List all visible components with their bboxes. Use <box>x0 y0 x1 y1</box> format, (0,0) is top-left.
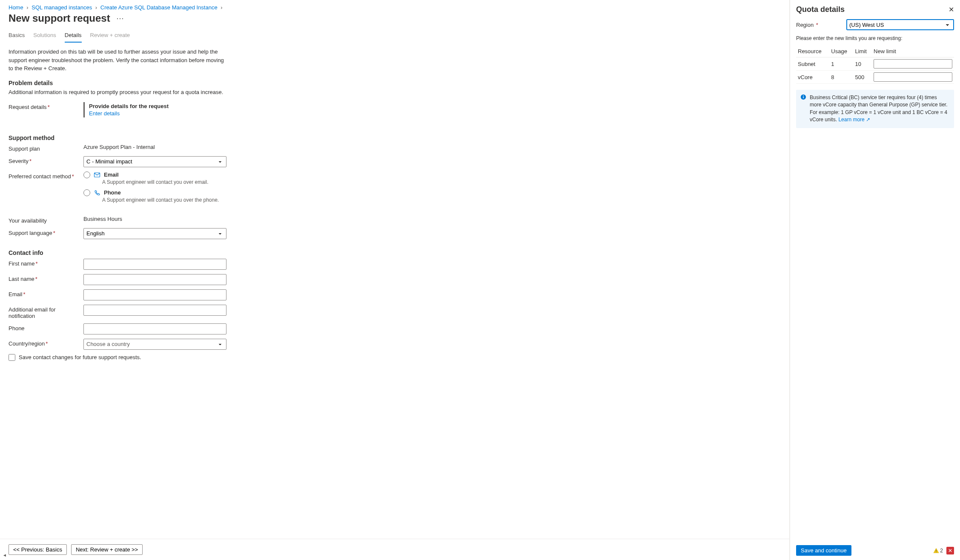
enter-details-link[interactable]: Enter details <box>89 110 120 117</box>
cell-limit: 10 <box>853 57 872 71</box>
save-contact-label: Save contact changes for future support … <box>19 354 141 360</box>
label-addl-email: Additional email for notification <box>9 305 83 319</box>
label-region: Region * <box>796 22 846 28</box>
last-name-input[interactable] <box>83 274 226 285</box>
table-row: vCore 8 500 <box>796 71 954 84</box>
tabs: Basics Solutions Details Review + create <box>9 29 781 43</box>
cell-usage: 1 <box>829 57 853 71</box>
value-support-plan: Azure Support Plan - Internal <box>83 144 226 150</box>
additional-email-input[interactable] <box>83 305 226 316</box>
label-last-name: Last name* <box>9 274 83 282</box>
phone-icon <box>94 189 100 196</box>
info-text: Business Critical (BC) service tier requ… <box>810 94 947 123</box>
first-name-input[interactable] <box>83 259 226 270</box>
chevron-right-icon: › <box>95 4 97 11</box>
close-icon[interactable]: ✕ <box>949 6 954 14</box>
label-availability: Your availability <box>9 216 83 224</box>
page-title: New support request <box>9 12 110 24</box>
scroll-left-icon: ◄ <box>3 553 7 557</box>
mail-icon <box>94 171 100 178</box>
intro-text: Information provided on this tab will be… <box>9 48 230 73</box>
col-limit: Limit <box>853 46 872 57</box>
country-select[interactable]: Choose a country <box>83 339 226 350</box>
label-first-name: First name* <box>9 259 83 267</box>
col-new-limit: New limit <box>872 46 954 57</box>
info-box: Business Critical (BC) service tier requ… <box>796 90 954 128</box>
previous-button[interactable]: << Previous: Basics <box>9 544 67 555</box>
label-email: Email* <box>9 289 83 297</box>
warning-badge[interactable]: 2 <box>931 548 945 554</box>
section-problem-details: Problem details <box>9 80 781 86</box>
cell-resource: Subnet <box>796 57 829 71</box>
learn-more-link[interactable]: Learn more ↗ <box>838 117 870 123</box>
tab-solutions: Solutions <box>33 29 56 43</box>
tab-review-create: Review + create <box>90 29 130 43</box>
error-badge[interactable]: ✕ <box>946 547 954 554</box>
phone-input[interactable] <box>83 323 226 334</box>
svg-point-3 <box>803 95 804 96</box>
new-limit-vcore-input[interactable] <box>874 72 952 82</box>
value-availability: Business Hours <box>83 216 226 222</box>
breadcrumb: Home › SQL managed instances › Create Az… <box>0 0 789 11</box>
request-details-box: Provide details for the request Enter de… <box>83 102 226 117</box>
wizard-footer: << Previous: Basics Next: Review + creat… <box>0 539 789 560</box>
section-contact-info: Contact info <box>9 249 781 256</box>
more-menu-icon[interactable]: ⋯ <box>116 14 124 22</box>
svg-rect-4 <box>936 549 937 551</box>
problem-details-subtext: Additional information is required to pr… <box>9 89 781 95</box>
label-preferred-contact: Preferred contact method* <box>9 171 83 180</box>
section-support-method: Support method <box>9 134 781 141</box>
new-limit-subnet-input[interactable] <box>874 59 952 69</box>
chevron-right-icon: › <box>221 4 222 11</box>
radio-phone[interactable] <box>83 189 90 196</box>
language-select[interactable]: English <box>83 228 226 239</box>
svg-point-5 <box>936 551 937 552</box>
request-details-title: Provide details for the request <box>89 103 222 109</box>
email-input[interactable] <box>83 289 226 300</box>
label-request-details: Request details* <box>9 102 83 110</box>
tab-details[interactable]: Details <box>65 29 82 43</box>
svg-rect-2 <box>803 97 803 98</box>
label-support-plan: Support plan <box>9 144 83 152</box>
save-contact-checkbox[interactable] <box>9 354 15 361</box>
cell-usage: 8 <box>829 71 853 84</box>
col-usage: Usage <box>829 46 853 57</box>
quota-table: Resource Usage Limit New limit Subnet 1 … <box>796 46 954 84</box>
radio-email-label: Email <box>104 171 119 178</box>
table-row: Subnet 1 10 <box>796 57 954 71</box>
cell-limit: 500 <box>853 71 872 84</box>
region-select[interactable]: (US) West US <box>846 19 954 30</box>
label-phone: Phone <box>9 323 83 331</box>
breadcrumb-home[interactable]: Home <box>9 4 23 11</box>
next-button[interactable]: Next: Review + create >> <box>71 544 143 555</box>
save-and-continue-button[interactable]: Save and continue <box>796 545 851 556</box>
label-support-language: Support language* <box>9 228 83 236</box>
col-resource: Resource <box>796 46 829 57</box>
label-severity: Severity* <box>9 156 83 164</box>
side-panel-title: Quota details <box>796 5 845 14</box>
radio-phone-label: Phone <box>104 189 121 196</box>
radio-phone-desc: A Support engineer will contact you over… <box>102 197 226 203</box>
status-chips: 2 ✕ <box>931 547 954 554</box>
chevron-right-icon: › <box>26 4 28 11</box>
label-country: Country/region* <box>9 339 83 347</box>
breadcrumb-create-mi[interactable]: Create Azure SQL Database Managed Instan… <box>100 4 218 11</box>
cell-resource: vCore <box>796 71 829 84</box>
breadcrumb-sql-mi[interactable]: SQL managed instances <box>32 4 92 11</box>
radio-email-desc: A Support engineer will contact you over… <box>102 179 226 185</box>
radio-email[interactable] <box>83 171 90 178</box>
severity-select[interactable]: C - Minimal impact <box>83 156 226 167</box>
tab-basics[interactable]: Basics <box>9 29 25 43</box>
info-icon <box>800 94 806 124</box>
quota-prompt: Please enter the new limits you are requ… <box>796 35 954 41</box>
